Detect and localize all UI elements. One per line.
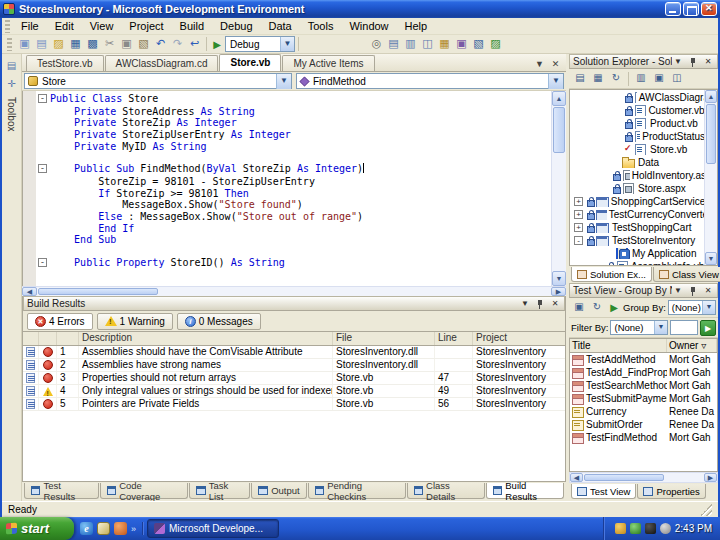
menu-item[interactable]: Project bbox=[121, 20, 171, 32]
solution-explorer-icon[interactable]: ▤ bbox=[385, 36, 402, 52]
menu-item[interactable]: Window bbox=[341, 20, 396, 32]
code-line[interactable]: Private MyID As String bbox=[38, 140, 551, 152]
method-dropdown[interactable]: FindMethod ▼ bbox=[296, 73, 564, 89]
build-results-title-bar[interactable]: Build Results ▼ ✕ bbox=[23, 296, 565, 311]
chevron-down-icon[interactable]: ▼ bbox=[276, 74, 291, 89]
start-button[interactable]: start bbox=[0, 517, 74, 540]
window-position-chevron-icon[interactable]: ▼ bbox=[672, 285, 684, 297]
code-line[interactable]: - Public Property StoreID() As String bbox=[38, 257, 551, 269]
document-tab[interactable]: My Active Items bbox=[282, 55, 374, 71]
close-panel-icon[interactable]: ✕ bbox=[702, 56, 714, 68]
view-designer-icon[interactable]: ▣ bbox=[651, 71, 667, 86]
tree-item[interactable]: AssemblyInfo.vb bbox=[570, 260, 704, 265]
test-grid-header[interactable]: Title Owner ▿ bbox=[570, 339, 717, 353]
tree-item-label[interactable]: TestShoppingCart bbox=[610, 222, 694, 233]
show-all-files-icon[interactable]: ▦ bbox=[590, 71, 606, 86]
test-row[interactable]: TestSubmitPaymentMeth Mort Gah bbox=[570, 392, 717, 405]
bottom-panel-tab[interactable]: Output bbox=[251, 483, 307, 499]
tree-item-label[interactable]: ProductStatus.vb bbox=[640, 131, 704, 142]
build-result-row[interactable]: 3 Properties should not return arrays St… bbox=[23, 372, 565, 385]
properties-icon[interactable]: ▤ bbox=[572, 71, 588, 86]
toolbox-icon[interactable]: ✛ bbox=[5, 77, 19, 91]
editor-horizontal-scrollbar[interactable]: ◀ ▶ bbox=[22, 286, 566, 296]
column-owner[interactable]: Owner ▿ bbox=[667, 339, 717, 352]
expand-toggle-icon[interactable]: + bbox=[574, 197, 583, 206]
scroll-thumb[interactable] bbox=[706, 104, 716, 164]
tray-icon[interactable] bbox=[660, 523, 671, 534]
test-row[interactable]: TestFindMethod Mort Gah bbox=[570, 431, 717, 444]
class-dropdown[interactable]: Store ▼ bbox=[24, 73, 292, 89]
minimize-button[interactable] bbox=[665, 2, 681, 16]
menu-item[interactable]: View bbox=[82, 20, 122, 32]
tree-item-label[interactable]: Store.aspx bbox=[636, 183, 688, 194]
solution-configurations-combo[interactable]: Debug ▼ bbox=[225, 36, 295, 52]
document-tab[interactable]: Store.vb bbox=[219, 54, 281, 71]
test-row[interactable]: Currency Renee Da bbox=[570, 405, 717, 418]
start-page-icon[interactable]: ▧ bbox=[470, 36, 487, 52]
close-button[interactable] bbox=[701, 2, 717, 16]
column-project[interactable]: Project bbox=[473, 332, 565, 345]
navigate-backward-icon[interactable]: ↩ bbox=[186, 36, 203, 52]
code-editor[interactable]: -Public Class Store Private StoreAddress… bbox=[22, 91, 566, 286]
menu-item[interactable]: Edit bbox=[47, 20, 82, 32]
code-line[interactable]: Private StoreZipUserEntry As Integer bbox=[38, 128, 551, 140]
copy-icon[interactable]: ▣ bbox=[118, 36, 135, 52]
filter-by-combo[interactable]: (None) ▼ bbox=[610, 320, 668, 335]
tree-item[interactable]: Data bbox=[570, 156, 704, 169]
start-debug-icon[interactable]: ▶ bbox=[210, 39, 224, 50]
quick-launch-chevron-icon[interactable]: » bbox=[131, 524, 136, 534]
tree-item-label[interactable]: ShoppingCartService bbox=[609, 196, 704, 207]
cut-icon[interactable]: ✂ bbox=[101, 36, 118, 52]
test-view-horizontal-scrollbar[interactable]: ◀ ▶ bbox=[569, 472, 718, 483]
title-bar[interactable]: StoresInventory - Microsoft Development … bbox=[0, 0, 720, 18]
bottom-panel-tab[interactable]: Code Coverage bbox=[100, 483, 189, 499]
auto-hide-pin-icon[interactable] bbox=[534, 298, 546, 310]
solution-tree[interactable]: AWClassDiagram.cd Customer.vb bbox=[569, 89, 718, 266]
menu-item[interactable]: Help bbox=[397, 20, 436, 32]
chevron-down-icon[interactable]: ▼ bbox=[654, 321, 667, 334]
tree-item[interactable]: My Application bbox=[570, 247, 704, 260]
code-line[interactable]: Private StoreZip As Integer bbox=[38, 116, 551, 128]
apply-filter-button[interactable]: ▶ bbox=[700, 320, 716, 336]
code-line[interactable]: - Public Sub FindMethod(ByVal StoreZip A… bbox=[38, 163, 551, 175]
bottom-panel-tab[interactable]: Pending Checkins bbox=[308, 483, 406, 499]
errors-filter-button[interactable]: ✕ 4 Errors bbox=[27, 313, 93, 330]
expand-toggle-icon[interactable]: + bbox=[574, 223, 583, 232]
test-row[interactable]: TestSearchMethod Mort Gah bbox=[570, 379, 717, 392]
scroll-right-icon[interactable]: ▶ bbox=[551, 287, 566, 296]
code-text[interactable]: -Public Class Store Private StoreAddress… bbox=[23, 91, 551, 286]
scroll-left-icon[interactable]: ◀ bbox=[570, 473, 583, 482]
tree-item[interactable]: ProductStatus.vb bbox=[570, 130, 704, 143]
tree-item-label[interactable]: Store.vb bbox=[648, 144, 689, 155]
tree-item-label[interactable]: TestStoreInventory bbox=[610, 235, 697, 246]
fold-toggle-icon[interactable]: - bbox=[38, 258, 47, 267]
code-line[interactable]: End Sub bbox=[38, 233, 551, 245]
bottom-panel-tab[interactable]: Task List bbox=[189, 483, 250, 499]
code-line[interactable]: MessageBox.Show("Store found") bbox=[38, 198, 551, 210]
tray-icon[interactable] bbox=[615, 523, 626, 534]
desktop-icon[interactable] bbox=[97, 522, 110, 535]
media-player-icon[interactable] bbox=[114, 522, 127, 535]
side-tab[interactable]: Properties bbox=[637, 484, 705, 499]
tree-item-label[interactable]: HoldInventory.aspx bbox=[630, 170, 704, 181]
tree-item[interactable]: HoldInventory.aspx bbox=[570, 169, 704, 182]
code-line[interactable]: Else : MessageBox.Show("Store out of ran… bbox=[38, 210, 551, 222]
maximize-button[interactable] bbox=[683, 2, 699, 16]
test-view-title-bar[interactable]: Test View - Group By None ▼ ✕ bbox=[569, 283, 718, 298]
group-by-combo[interactable]: (None) ▼ bbox=[668, 300, 716, 315]
save-icon[interactable]: ▦ bbox=[67, 36, 84, 52]
bottom-panel-tab[interactable]: Build Results bbox=[486, 483, 564, 499]
build-result-row[interactable]: 1 Assemblies should have the ComVisable … bbox=[23, 346, 565, 359]
tree-item-label[interactable]: Product.vb bbox=[648, 118, 700, 129]
menu-item[interactable]: Debug bbox=[212, 20, 260, 32]
menu-item[interactable]: Build bbox=[172, 20, 212, 32]
grid-header-row[interactable]: Description File Line Project bbox=[23, 332, 565, 346]
side-tab[interactable]: Test View bbox=[571, 484, 636, 499]
tree-item-label[interactable]: AssemblyInfo.vb bbox=[629, 261, 704, 265]
tree-item[interactable]: Store.vb bbox=[570, 143, 704, 156]
scroll-up-icon[interactable]: ▲ bbox=[552, 91, 566, 106]
tree-item[interactable]: Customer.vb bbox=[570, 104, 704, 117]
redo-icon[interactable]: ↷ bbox=[169, 36, 186, 52]
fold-toggle-icon[interactable]: - bbox=[38, 94, 47, 103]
code-line[interactable]: Private StoreAddress As String bbox=[38, 105, 551, 117]
